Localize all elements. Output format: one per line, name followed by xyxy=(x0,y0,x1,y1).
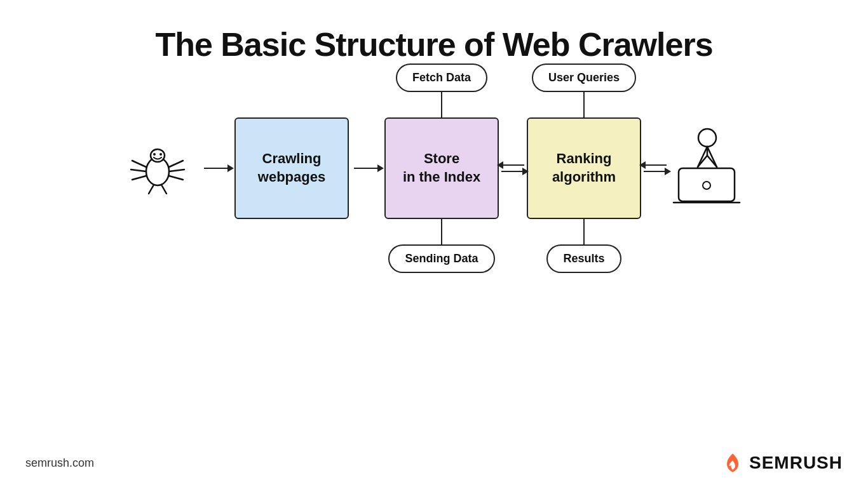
double-arrow-index-ranking xyxy=(501,164,524,172)
arrow-right-2 xyxy=(644,171,667,172)
person-icon xyxy=(669,124,745,213)
user-queries-pill: User Queries xyxy=(532,63,636,92)
semrush-flame-icon xyxy=(721,451,744,474)
results-label: Results xyxy=(563,252,604,265)
box-crawling: Crawling webpages xyxy=(234,117,349,219)
svg-line-10 xyxy=(149,185,154,194)
diagram-row: Crawling webpages Fetch Data Store in th… xyxy=(123,63,745,273)
svg-line-11 xyxy=(161,185,166,194)
sending-data-pill: Sending Data xyxy=(388,244,494,273)
semrush-logo: SEMRUSH xyxy=(721,451,843,474)
footer-url: semrush.com xyxy=(25,457,94,470)
user-queries-label: User Queries xyxy=(548,71,620,84)
fetch-data-pill: Fetch Data xyxy=(396,63,487,92)
svg-point-12 xyxy=(698,129,716,147)
box-ranking: Ranking algorithm xyxy=(527,117,641,219)
svg-line-6 xyxy=(132,176,146,180)
svg-point-2 xyxy=(153,153,156,156)
svg-line-9 xyxy=(169,176,183,180)
vert-line-top-ranking xyxy=(583,92,585,117)
fetch-data-label: Fetch Data xyxy=(412,71,471,84)
svg-point-14 xyxy=(703,182,710,189)
sending-data-label: Sending Data xyxy=(405,252,478,265)
arrow-left-2 xyxy=(644,164,667,166)
svg-line-4 xyxy=(132,161,146,167)
index-column: Fetch Data Store in the Index Sending Da… xyxy=(384,63,499,273)
ranking-label: Ranking algorithm xyxy=(552,150,616,186)
box-index: Store in the Index xyxy=(384,117,499,219)
semrush-text: SEMRUSH xyxy=(749,453,843,473)
spider-icon xyxy=(123,137,193,200)
ranking-column: User Queries Ranking algorithm Results xyxy=(527,63,641,273)
diagram: Crawling webpages Fetch Data Store in th… xyxy=(123,63,745,273)
svg-point-1 xyxy=(151,149,165,162)
footer: semrush.com SEMRUSH xyxy=(0,451,868,474)
results-pill: Results xyxy=(546,244,621,273)
svg-line-5 xyxy=(131,170,146,171)
arrow-crawling-to-index xyxy=(354,168,379,169)
vert-line-top-index xyxy=(441,92,442,117)
svg-point-3 xyxy=(159,153,162,156)
crawling-label: Crawling webpages xyxy=(258,150,325,186)
vert-line-bottom-ranking xyxy=(583,219,585,244)
index-label: Store in the Index xyxy=(403,150,480,186)
arrow-left xyxy=(501,164,524,166)
svg-line-7 xyxy=(169,161,183,167)
svg-line-8 xyxy=(169,170,184,171)
page-title: The Basic Structure of Web Crawlers xyxy=(155,25,712,63)
arrow-right xyxy=(501,171,524,172)
arrow-spider-to-crawling xyxy=(204,168,229,169)
vert-line-bottom-index xyxy=(441,219,442,244)
page: The Basic Structure of Web Crawlers xyxy=(0,0,868,487)
double-arrow-ranking-person xyxy=(644,164,667,172)
